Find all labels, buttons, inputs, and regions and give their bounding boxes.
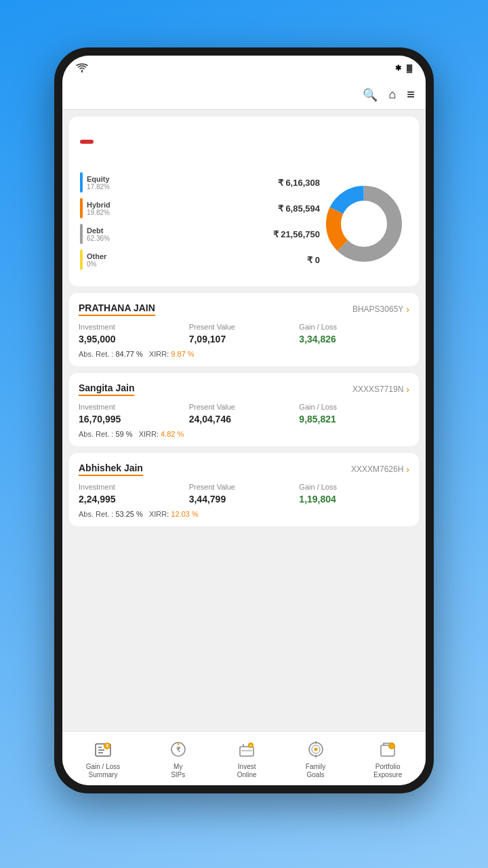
member-name-0: PRATHANA JAIN bbox=[79, 302, 155, 316]
goals-icon bbox=[305, 738, 327, 760]
member-stats-0: Investment 3,95,000 Present Value 7,09,1… bbox=[79, 323, 409, 344]
stat-gain-loss-0: Gain / Loss 3,34,826 bbox=[299, 323, 409, 344]
home-icon[interactable]: ⌂ bbox=[388, 87, 396, 102]
members-list: PRATHANA JAIN BHAPS3065Y › Investment 3,… bbox=[69, 293, 419, 526]
bottom-nav-label-4: PortfolioExposure bbox=[373, 763, 402, 779]
loss-badge bbox=[80, 140, 94, 144]
bottom-nav-label-3: FamilyGoals bbox=[306, 763, 325, 779]
legend-info-debt: Debt 62.36% bbox=[87, 226, 110, 242]
svg-text:+: + bbox=[249, 743, 252, 748]
legend-dot-debt bbox=[80, 224, 83, 244]
chart-section: Equity 17.82% ₹ 6,16,308 Hybrid 19.82% ₹… bbox=[80, 172, 408, 275]
stat-investment-0: Investment 3,95,000 bbox=[79, 323, 189, 344]
chevron-icon-1: › bbox=[406, 384, 409, 395]
status-bar: ✱ ▓ bbox=[62, 56, 426, 80]
gain-loss-icon: ₹ bbox=[92, 738, 114, 760]
chevron-icon-0: › bbox=[406, 304, 409, 315]
member-card-0: PRATHANA JAIN BHAPS3065Y › Investment 3,… bbox=[69, 293, 419, 366]
stat-present-value-1: Present Value 24,04,746 bbox=[189, 403, 300, 425]
abs-ret-row bbox=[80, 157, 408, 165]
member-pan-0[interactable]: BHAPS3065Y › bbox=[352, 304, 409, 315]
svg-text:₹: ₹ bbox=[176, 746, 181, 753]
legend-info-equity: Equity 17.82% bbox=[87, 175, 110, 191]
legend-info-hybrid: Hybrid 19.82% bbox=[87, 201, 110, 216]
svg-point-3 bbox=[342, 201, 386, 246]
status-wifi bbox=[76, 63, 117, 73]
svg-text:↑: ↑ bbox=[390, 743, 393, 749]
member-card-1: Sangita Jain XXXXS7719N › Investment 16,… bbox=[69, 373, 419, 446]
member-name-1: Sangita Jain bbox=[79, 382, 134, 396]
invest-icon: + bbox=[236, 738, 258, 760]
member-card-2: Abhishek Jain XXXXM7626H › Investment 2,… bbox=[69, 453, 419, 526]
bottom-nav-item-sips[interactable]: ₹ MySIPs bbox=[167, 738, 189, 779]
bottom-nav-item-exposure[interactable]: ↑ PortfolioExposure bbox=[373, 738, 402, 779]
battery-icon: ▓ bbox=[407, 64, 412, 72]
svg-point-20 bbox=[314, 747, 317, 751]
portfolio-main bbox=[80, 136, 408, 152]
svg-rect-12 bbox=[240, 747, 253, 756]
member-pan-2[interactable]: XXXXM7626H › bbox=[351, 464, 409, 475]
member-abs-1: Abs. Ret. : 59 % XIRR: 4.82 % bbox=[79, 430, 409, 438]
main-content: Equity 17.82% ₹ 6,16,308 Hybrid 19.82% ₹… bbox=[62, 110, 426, 731]
stat-present-value-0: Present Value 7,09,107 bbox=[189, 323, 300, 344]
bt-icon: ✱ bbox=[395, 64, 401, 73]
stat-investment-2: Investment 2,24,995 bbox=[79, 483, 189, 505]
legend-item-debt: Debt 62.36% ₹ 21,56,750 bbox=[80, 224, 320, 244]
menu-icon[interactable]: ≡ bbox=[407, 87, 415, 102]
bottom-nav-label-2: InvestOnline bbox=[237, 763, 257, 779]
member-abs-2: Abs. Ret. : 53.25 % XIRR: 12.03 % bbox=[79, 510, 409, 518]
stat-gain-loss-2: Gain / Loss 1,19,804 bbox=[299, 483, 409, 505]
legend-info-other: Other 0% bbox=[87, 252, 106, 268]
member-name-2: Abhishek Jain bbox=[79, 462, 143, 476]
nav-right: 🔍 ⌂ ≡ bbox=[363, 87, 415, 102]
portfolio-card: Equity 17.82% ₹ 6,16,308 Hybrid 19.82% ₹… bbox=[69, 117, 419, 286]
phone-screen: ✱ ▓ 🔍 ⌂ ≡ bbox=[62, 56, 426, 785]
bottom-nav-label-0: Gain / LossSummary bbox=[86, 763, 121, 779]
bottom-nav-item-gain-loss[interactable]: ₹ Gain / LossSummary bbox=[86, 738, 121, 779]
member-abs-0: Abs. Ret. : 84.77 % XIRR: 9.87 % bbox=[79, 350, 409, 358]
stat-present-value-2: Present Value 3,44,799 bbox=[189, 483, 300, 505]
search-icon[interactable]: 🔍 bbox=[363, 87, 378, 102]
exposure-icon: ↑ bbox=[377, 738, 399, 760]
legend-item-equity: Equity 17.82% ₹ 6,16,308 bbox=[80, 172, 320, 193]
bottom-nav: ₹ Gain / LossSummary ₹ MySIPs + InvestOn… bbox=[62, 731, 426, 785]
legend-dot-equity bbox=[80, 172, 83, 193]
sips-icon: ₹ bbox=[167, 738, 189, 760]
stat-investment-1: Investment 16,70,995 bbox=[79, 403, 189, 425]
legend-item-other: Other 0% ₹ 0 bbox=[80, 250, 320, 270]
bottom-nav-item-invest[interactable]: + InvestOnline bbox=[236, 738, 258, 779]
legend-dot-other bbox=[80, 250, 83, 270]
bottom-nav-item-goals[interactable]: FamilyGoals bbox=[305, 738, 327, 779]
member-header-1: Sangita Jain XXXXS7719N › bbox=[79, 382, 409, 396]
nav-bar: 🔍 ⌂ ≡ bbox=[62, 80, 426, 110]
member-header-2: Abhishek Jain XXXXM7626H › bbox=[79, 462, 409, 476]
legend: Equity 17.82% ₹ 6,16,308 Hybrid 19.82% ₹… bbox=[80, 172, 320, 275]
legend-item-hybrid: Hybrid 19.82% ₹ 6,85,594 bbox=[80, 198, 320, 218]
bottom-nav-label-1: MySIPs bbox=[171, 763, 185, 779]
phone-frame: ✱ ▓ 🔍 ⌂ ≡ bbox=[54, 47, 434, 793]
chevron-icon-2: › bbox=[406, 464, 409, 475]
member-header-0: PRATHANA JAIN BHAPS3065Y › bbox=[79, 302, 409, 316]
portfolio-left bbox=[80, 136, 408, 152]
donut-chart bbox=[320, 180, 408, 268]
legend-dot-hybrid bbox=[80, 198, 83, 218]
member-stats-1: Investment 16,70,995 Present Value 24,04… bbox=[79, 403, 409, 425]
member-stats-2: Investment 2,24,995 Present Value 3,44,7… bbox=[79, 483, 409, 505]
status-right: ✱ ▓ bbox=[371, 64, 412, 73]
member-pan-1[interactable]: XXXXS7719N › bbox=[352, 384, 409, 395]
stat-gain-loss-1: Gain / Loss 9,85,821 bbox=[299, 403, 409, 425]
